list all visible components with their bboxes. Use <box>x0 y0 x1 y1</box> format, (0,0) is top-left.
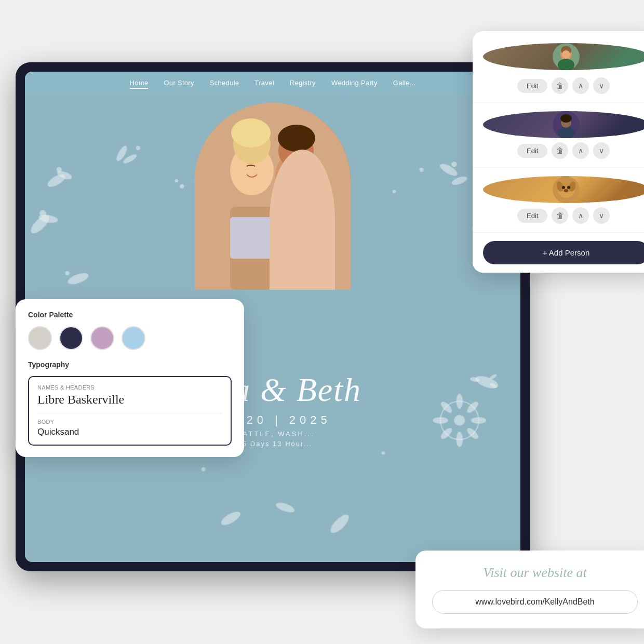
svg-point-26 <box>136 146 140 150</box>
headers-font-name: Libre Baskerville <box>37 393 222 407</box>
body-font-name: Quicksand <box>37 427 222 437</box>
charles-up-button[interactable]: ∧ <box>572 142 589 159</box>
trash-icon: 🗑 <box>556 82 564 90</box>
avatar-charles <box>483 111 644 138</box>
typography-title: Typography <box>28 360 232 369</box>
beth-delete-button[interactable]: 🗑 <box>552 77 568 94</box>
svg-point-49 <box>175 179 178 182</box>
color-swatches <box>28 326 232 350</box>
color-swatch-2[interactable] <box>59 326 83 350</box>
charles-down-button[interactable]: ∨ <box>593 142 610 159</box>
svg-rect-55 <box>195 103 351 290</box>
lucy-down-button[interactable]: ∨ <box>593 207 610 224</box>
chevron-up-icon: ∧ <box>578 146 583 155</box>
website-card: Visit our website at www.lovebird.com/Ke… <box>415 551 644 628</box>
avatar-lucy <box>483 176 644 203</box>
trash-icon: 🗑 <box>556 146 564 155</box>
svg-point-80 <box>562 186 565 189</box>
svg-point-3 <box>57 167 62 172</box>
body-label: Body <box>37 419 222 425</box>
svg-point-29 <box>451 162 457 167</box>
add-person-button[interactable]: + Add Person <box>483 241 644 264</box>
charles-delete-button[interactable]: 🗑 <box>552 142 568 159</box>
nav-schedule[interactable]: Schedule <box>210 79 239 89</box>
lucy-edit-button[interactable]: Edit <box>517 209 547 223</box>
svg-rect-62 <box>275 212 317 290</box>
visit-text: Visit our website at <box>432 565 638 581</box>
lucy-actions: Edit 🗑 ∧ ∨ <box>483 207 644 224</box>
chevron-up-icon: ∧ <box>578 82 583 90</box>
wedding-party-panel: Beth Maid of Honor Edit 🗑 ∧ ∨ <box>473 31 644 273</box>
trash-icon: 🗑 <box>556 211 564 220</box>
nav-our-story[interactable]: Our Story <box>164 79 194 89</box>
couple-photo-container <box>184 103 361 300</box>
svg-point-81 <box>567 186 570 189</box>
avatar-beth <box>483 43 644 70</box>
party-member-lucy: Lucy Ring Bearer Edit 🗑 ∧ ∨ <box>473 168 644 233</box>
nav-home[interactable]: Home <box>130 79 149 89</box>
svg-point-54 <box>202 467 206 471</box>
svg-point-82 <box>564 189 568 192</box>
party-member-charles: Charles Person of Honor Edit 🗑 ∧ ∨ <box>473 103 644 168</box>
font-divider <box>37 413 222 413</box>
svg-point-50 <box>180 184 184 188</box>
couple-photo <box>195 103 351 290</box>
couple-photo-arch <box>195 103 351 290</box>
color-swatch-4[interactable] <box>122 326 145 350</box>
nav-wedding-party[interactable]: Wedding Party <box>331 79 378 89</box>
chevron-down-icon: ∨ <box>599 211 604 220</box>
charles-edit-button[interactable]: Edit <box>517 144 547 158</box>
svg-point-8 <box>65 271 69 275</box>
typography-box: Names & Headers Libre Baskerville Body Q… <box>28 376 232 446</box>
chevron-down-icon: ∨ <box>599 82 604 90</box>
website-url[interactable]: www.lovebird.com/KellyAndBeth <box>432 590 638 614</box>
svg-point-53 <box>382 451 385 454</box>
beth-up-button[interactable]: ∧ <box>572 77 589 94</box>
color-swatch-3[interactable] <box>90 326 114 350</box>
color-swatch-1[interactable] <box>28 326 52 350</box>
nav-travel[interactable]: Travel <box>254 79 274 89</box>
lucy-up-button[interactable]: ∧ <box>572 207 589 224</box>
wedding-nav: Home Our Story Schedule Travel Registry … <box>25 72 520 96</box>
svg-rect-64 <box>230 217 274 259</box>
lucy-delete-button[interactable]: 🗑 <box>552 207 568 224</box>
chevron-up-icon: ∧ <box>578 211 583 220</box>
chevron-down-icon: ∨ <box>599 146 604 155</box>
svg-point-6 <box>39 210 46 217</box>
svg-point-70 <box>562 50 570 59</box>
headers-label: Names & Headers <box>37 384 222 391</box>
color-palette-panel: Color Palette Typography Names & Headers… <box>16 299 244 457</box>
svg-point-51 <box>393 190 396 193</box>
color-palette-title: Color Palette <box>28 311 232 319</box>
charles-actions: Edit 🗑 ∧ ∨ <box>483 142 644 159</box>
svg-rect-65 <box>275 222 317 259</box>
svg-point-63 <box>278 125 315 152</box>
nav-registry[interactable]: Registry <box>290 79 316 89</box>
svg-point-59 <box>231 118 271 147</box>
beth-down-button[interactable]: ∨ <box>593 77 610 94</box>
svg-point-52 <box>419 168 423 172</box>
beth-edit-button[interactable]: Edit <box>517 79 547 93</box>
beth-actions: Edit 🗑 ∧ ∨ <box>483 77 644 94</box>
svg-point-74 <box>560 114 572 123</box>
party-member-beth: Beth Maid of Honor Edit 🗑 ∧ ∨ <box>473 31 644 103</box>
nav-gallery[interactable]: Galle... <box>393 79 416 89</box>
